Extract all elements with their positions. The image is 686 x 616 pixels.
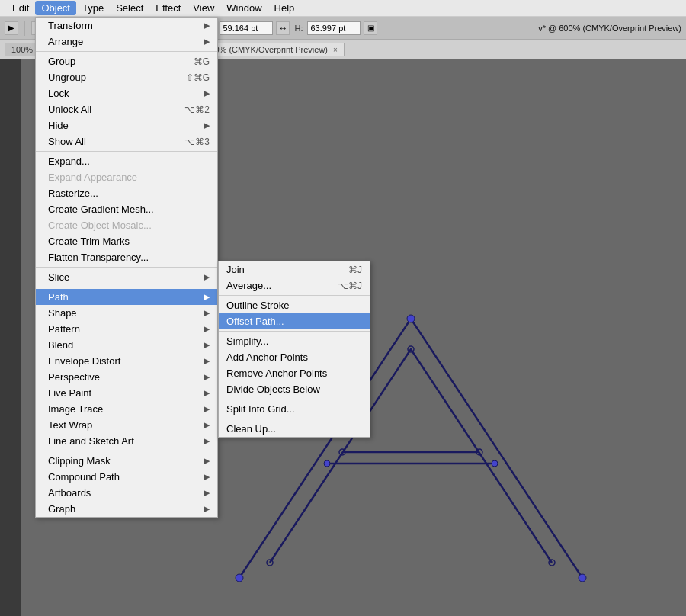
menu-path[interactable]: Path ▶ — [36, 289, 217, 305]
submenu-divide-objects[interactable]: Divide Objects Below — [219, 381, 370, 397]
submenu-outline-stroke[interactable]: Outline Stroke — [219, 297, 370, 313]
submenu-arrow: ▶ — [204, 504, 210, 514]
submenu-arrow: ▶ — [204, 21, 210, 30]
select-tool-icon[interactable]: ▶ — [5, 21, 18, 35]
menu-ungroup-shortcut: ⇧⌘G — [186, 72, 210, 83]
menu-slice[interactable]: Slice ▶ — [36, 269, 217, 285]
divider-4 — [36, 287, 217, 287]
menu-graph[interactable]: Graph ▶ — [36, 501, 217, 517]
menu-select[interactable]: Select — [110, 1, 149, 15]
menu-type[interactable]: Type — [76, 1, 110, 15]
menu-unlock-all[interactable]: Unlock All ⌥⌘2 — [36, 101, 217, 117]
menu-slice-label: Slice — [48, 271, 69, 283]
menu-clipping-mask-label: Clipping Mask — [48, 455, 111, 467]
submenu-arrow: ▶ — [204, 456, 210, 466]
submenu-outline-stroke-label: Outline Stroke — [226, 300, 289, 311]
menu-help[interactable]: Help — [268, 1, 301, 15]
menu-hide[interactable]: Hide ▶ — [36, 117, 217, 133]
submenu-divide-objects-label: Divide Objects Below — [226, 383, 320, 395]
menu-compound-path[interactable]: Compound Path ▶ — [36, 469, 217, 485]
menu-expand[interactable]: Expand... — [36, 153, 217, 169]
menu-shape[interactable]: Shape ▶ — [36, 305, 217, 321]
submenu-average[interactable]: Average... ⌥⌘J — [219, 278, 370, 294]
menu-line-sketch[interactable]: Line and Sketch Art ▶ — [36, 433, 217, 449]
submenu-split-grid[interactable]: Split Into Grid... — [219, 401, 370, 417]
submenu-arrow: ▶ — [204, 37, 210, 47]
submenu-arrow: ▶ — [204, 472, 210, 482]
menu-gradient-mesh[interactable]: Create Gradient Mesh... — [36, 201, 217, 217]
menu-rasterize[interactable]: Rasterize... — [36, 185, 217, 201]
submenu-arrow: ▶ — [204, 324, 210, 334]
menu-image-trace[interactable]: Image Trace ▶ — [36, 401, 217, 417]
menu-pattern[interactable]: Pattern ▶ — [36, 321, 217, 337]
submenu-simplify[interactable]: Simplify... — [219, 333, 370, 349]
submenu-arrow: ▶ — [204, 488, 210, 498]
submenu-join-shortcut: ⌘J — [348, 265, 362, 275]
h-input[interactable] — [307, 21, 361, 35]
submenu-arrow: ▶ — [204, 356, 210, 366]
submenu-arrow: ▶ — [204, 120, 210, 130]
submenu-arrow: ▶ — [204, 388, 210, 398]
submenu-average-shortcut: ⌥⌘J — [338, 281, 362, 291]
menu-perspective-label: Perspective — [48, 371, 100, 383]
menu-ungroup[interactable]: Ungroup ⇧⌘G — [36, 69, 217, 85]
menu-perspective[interactable]: Perspective ▶ — [36, 369, 217, 385]
menu-arrange[interactable]: Arrange ▶ — [36, 34, 217, 50]
menu-unlock-all-shortcut: ⌥⌘2 — [184, 104, 210, 115]
object-menu[interactable]: Transform ▶ Arrange ▶ Group ⌘G Ungroup ⇧… — [35, 17, 218, 518]
menu-trim-marks[interactable]: Create Trim Marks — [36, 233, 217, 249]
submenu-add-anchor-label: Add Anchor Points — [226, 351, 308, 363]
menu-graph-label: Graph — [48, 503, 75, 515]
submenu-join-label: Join — [226, 264, 245, 275]
menu-show-all[interactable]: Show All ⌥⌘3 — [36, 133, 217, 149]
submenu-split-grid-label: Split Into Grid... — [226, 403, 295, 415]
menu-group-shortcut: ⌘G — [194, 56, 210, 67]
submenu-clean-up[interactable]: Clean Up... — [219, 421, 370, 437]
menu-transform[interactable]: Transform ▶ — [36, 18, 217, 34]
divider-3 — [36, 267, 217, 268]
submenu-add-anchor[interactable]: Add Anchor Points — [219, 349, 370, 365]
menu-show-all-shortcut: ⌥⌘3 — [184, 136, 210, 147]
menu-window[interactable]: Window — [220, 1, 268, 15]
menu-clipping-mask[interactable]: Clipping Mask ▶ — [36, 453, 217, 469]
menu-artboards-label: Artboards — [48, 487, 91, 499]
submenu-offset-path[interactable]: Offset Path... — [219, 313, 370, 329]
menu-text-wrap[interactable]: Text Wrap ▶ — [36, 417, 217, 433]
menu-blend[interactable]: Blend ▶ — [36, 337, 217, 353]
submenu-join[interactable]: Join ⌘J — [219, 261, 370, 278]
svg-point-4 — [579, 574, 586, 582]
menu-lock[interactable]: Lock ▶ — [36, 85, 217, 101]
submenu-remove-anchor[interactable]: Remove Anchor Points — [219, 365, 370, 381]
menu-image-trace-label: Image Trace — [48, 403, 103, 415]
menu-envelope-distort[interactable]: Envelope Distort ▶ — [36, 353, 217, 369]
menu-compound-path-label: Compound Path — [48, 471, 120, 483]
svg-point-8 — [324, 460, 330, 467]
menu-edit[interactable]: Edit — [6, 1, 35, 15]
tab-3-close[interactable]: × — [333, 46, 338, 54]
menu-artboards[interactable]: Artboards ▶ — [36, 485, 217, 501]
w-input[interactable] — [220, 21, 273, 35]
document-info: v* @ 600% (CMYK/Overprint Preview) — [538, 24, 681, 33]
menu-line-sketch-label: Line and Sketch Art — [48, 435, 134, 447]
sub-divider-2 — [219, 331, 370, 332]
svg-point-9 — [492, 460, 498, 467]
submenu-arrow: ▶ — [204, 372, 210, 382]
menu-object-mosaic: Create Object Mosaic... — [36, 217, 217, 233]
menu-view[interactable]: View — [187, 1, 220, 15]
menu-ungroup-label: Ungroup — [48, 72, 86, 83]
menu-rasterize-label: Rasterize... — [48, 188, 98, 199]
menu-group[interactable]: Group ⌘G — [36, 53, 217, 69]
menubar: Edit Object Type Select Effect View Wind… — [0, 0, 686, 17]
menu-flatten[interactable]: Flatten Transparency... — [36, 249, 217, 265]
path-submenu[interactable]: Join ⌘J Average... ⌥⌘J Outline Stroke Of… — [218, 261, 370, 438]
menu-path-label: Path — [48, 291, 69, 303]
menu-expand-label: Expand... — [48, 156, 90, 167]
menu-object[interactable]: Object — [35, 1, 76, 15]
submenu-offset-path-label: Offset Path... — [226, 316, 284, 327]
constrain-icon[interactable]: ↔ — [276, 21, 290, 35]
menu-live-paint[interactable]: Live Paint ▶ — [36, 385, 217, 401]
menu-expand-appearance: Expand Appearance — [36, 169, 217, 185]
menu-effect[interactable]: Effect — [149, 1, 187, 15]
menu-lock-label: Lock — [48, 88, 69, 99]
transform-icon[interactable]: ▣ — [364, 21, 377, 35]
